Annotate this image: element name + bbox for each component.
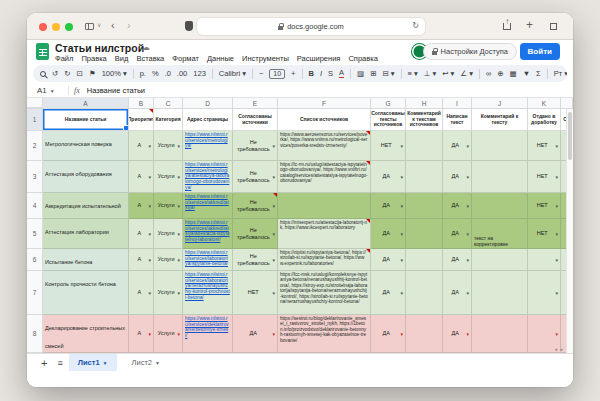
cell-J8[interactable]: [472, 315, 528, 353]
close-window-button[interactable]: [39, 23, 47, 31]
cell-J2[interactable]: [472, 131, 528, 161]
cell-D6[interactable]: https://www.nilstroi.ru/services/laborat…: [183, 249, 233, 271]
cell-J6[interactable]: [472, 249, 528, 271]
cell-A1[interactable]: Название статьи: [43, 109, 129, 131]
italic-icon[interactable]: I: [320, 70, 322, 78]
cell-E4[interactable]: Не требовалось▾: [233, 193, 278, 219]
dropdown-arrow-icon[interactable]: ▾: [555, 143, 558, 149]
cell-E6[interactable]: Не требовалось▾: [233, 249, 278, 271]
row-number-1[interactable]: 1: [27, 109, 43, 131]
select-all-corner[interactable]: [27, 98, 43, 108]
borders-icon[interactable]: ⊞: [370, 70, 376, 78]
text-wrap-icon[interactable]: ↩ ▾: [442, 70, 454, 78]
cell-G6[interactable]: ДА▾: [371, 249, 406, 271]
cell-G3[interactable]: ДА▾: [371, 161, 406, 193]
dropdown-arrow-icon[interactable]: ▾: [272, 257, 275, 263]
dropdown-arrow-icon[interactable]: ▾: [177, 174, 180, 180]
cell-D5[interactable]: https://www.nilstroi.ru/services/akkredi…: [183, 219, 233, 249]
cell-J5[interactable]: текст на корректировке: [472, 219, 528, 249]
dropdown-arrow-icon[interactable]: ▾: [466, 231, 469, 237]
cell-H8[interactable]: [406, 315, 443, 353]
cell-H6[interactable]: [406, 249, 443, 271]
cell-A8[interactable]: Декларирование строительных смесей: [43, 315, 129, 353]
print-icon[interactable]: ⊡: [77, 70, 83, 78]
cell-E3[interactable]: Не требовалось▾: [233, 161, 278, 193]
vertical-scrollbar[interactable]: [566, 109, 573, 353]
column-header-D[interactable]: D: [183, 98, 233, 108]
dropdown-arrow-icon[interactable]: ▾: [148, 143, 151, 149]
cell-F3[interactable]: https://lc-rm.ru/uslugi/attestaciya-ispy…: [278, 161, 371, 193]
menu-вид[interactable]: Вид: [115, 54, 129, 63]
bold-icon[interactable]: B: [309, 70, 314, 78]
dropdown-arrow-icon[interactable]: ▾: [177, 290, 180, 296]
dropdown-arrow-icon[interactable]: ▾: [466, 331, 469, 337]
column-header-F[interactable]: F: [278, 98, 371, 108]
cell-F7[interactable]: https://fcc-msk.ru/uslugi/kompleksnye-is…: [278, 271, 371, 315]
dropdown-arrow-icon[interactable]: ▾: [400, 203, 403, 209]
tab-sheet2[interactable]: Лист2▼: [123, 354, 169, 371]
increase-decimals-icon[interactable]: .00: [177, 70, 187, 78]
input-tools-select[interactable]: Рт ▾: [554, 70, 567, 78]
cell-I6[interactable]: ДА▾: [443, 249, 472, 271]
dropdown-arrow-icon[interactable]: ▾: [466, 203, 469, 209]
cell-I4[interactable]: ДА▾: [443, 193, 472, 219]
dropdown-arrow-icon[interactable]: ▾: [555, 231, 558, 237]
cell-C3[interactable]: Услуги▾: [154, 161, 183, 193]
dropdown-arrow-icon[interactable]: ▾: [400, 174, 403, 180]
menu-инструменты[interactable]: Инструменты: [242, 54, 289, 63]
cell-E1[interactable]: Согласованы источники: [233, 109, 278, 131]
cell-C7[interactable]: Услуги▾: [154, 271, 183, 315]
dropdown-arrow-icon[interactable]: ▾: [555, 174, 558, 180]
cell-A3[interactable]: Аттестация оборудования: [43, 161, 129, 193]
cell-C8[interactable]: Услуги▾: [154, 315, 183, 353]
document-title[interactable]: Статьи нилстрой: [55, 42, 144, 54]
page-url-link[interactable]: https://www.nilstroi.ru/services/metrolo…: [185, 162, 230, 190]
dropdown-arrow-icon[interactable]: ▾: [400, 257, 403, 263]
dropdown-arrow-icon[interactable]: ▾: [400, 331, 403, 337]
column-header-K[interactable]: K: [528, 98, 561, 108]
dropdown-arrow-icon[interactable]: ▾: [177, 231, 180, 237]
cell-K6[interactable]: ▾: [528, 249, 561, 271]
column-header-partial[interactable]: [561, 98, 573, 108]
column-header-J[interactable]: J: [472, 98, 528, 108]
cell-E5[interactable]: Не требовалось▾: [233, 219, 278, 249]
cell-H1[interactable]: Комментарий к текстам источников: [406, 109, 443, 131]
fill-color-icon[interactable]: ▨: [357, 70, 364, 78]
cell-I7[interactable]: ДА▾: [443, 271, 472, 315]
menu-справка[interactable]: Справка: [348, 54, 377, 63]
dropdown-arrow-icon[interactable]: ▾: [177, 143, 180, 149]
share-icon[interactable]: [503, 23, 511, 30]
cell-B2[interactable]: А▾: [129, 131, 154, 161]
cell-G1[interactable]: Согласованы тексты источников: [371, 109, 406, 131]
dropdown-arrow-icon[interactable]: ▾: [466, 143, 469, 149]
cell-I2[interactable]: ДА▾: [443, 131, 472, 161]
menu-формат[interactable]: Формат: [172, 54, 199, 63]
dropdown-arrow-icon[interactable]: ▾: [272, 143, 275, 149]
percent-icon[interactable]: %: [152, 70, 159, 78]
redo-icon[interactable]: ↻: [64, 70, 70, 78]
cell-H4[interactable]: [406, 193, 443, 219]
dropdown-arrow-icon[interactable]: ▾: [555, 290, 558, 296]
font-size-decrease-icon[interactable]: −: [259, 70, 263, 78]
horizontal-align-icon[interactable]: ≡ ▾: [408, 70, 418, 78]
text-rotation-icon[interactable]: ∠ ▾: [460, 70, 473, 78]
page-url-link[interactable]: https://www.nilstroi.ru/services/laborat…: [185, 272, 230, 300]
dropdown-arrow-icon[interactable]: ▾: [272, 290, 275, 296]
dropdown-arrow-icon[interactable]: ▾: [466, 290, 469, 296]
cell-F2[interactable]: https://www.aerosensorus.ru/services/pov…: [278, 131, 371, 161]
cell-H3[interactable]: [406, 161, 443, 193]
cell-H7[interactable]: [406, 271, 443, 315]
decrease-decimals-icon[interactable]: .0: [165, 70, 171, 78]
cell-K1[interactable]: Отдано в доработку: [528, 109, 561, 131]
dropdown-arrow-icon[interactable]: ▾: [272, 203, 275, 209]
cell-I5[interactable]: ДА▾: [443, 219, 472, 249]
cell-D3[interactable]: https://www.nilstroi.ru/services/metrolo…: [183, 161, 233, 193]
cell-F8[interactable]: https://sestroi.ru/blog/deklarirovanie_s…: [278, 315, 371, 353]
cell-B8[interactable]: А▾: [129, 315, 154, 353]
cell-G7[interactable]: ДА▾: [371, 271, 406, 315]
cell-B3[interactable]: А▾: [129, 161, 154, 193]
cell-D2[interactable]: https://www.nilstroi.ru/services/metrolo…: [183, 131, 233, 161]
chart-icon[interactable]: ▦: [510, 70, 517, 78]
sidebar-chevron-icon[interactable]: ∨: [97, 21, 101, 28]
cell-E8[interactable]: ДА▾: [233, 315, 278, 353]
